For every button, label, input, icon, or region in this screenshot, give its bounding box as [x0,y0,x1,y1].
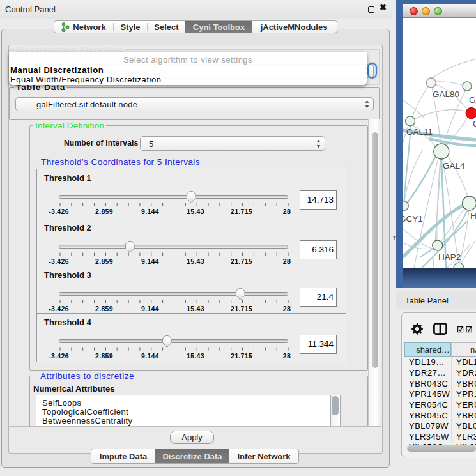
svg-text:GAL4: GAL4 [443,161,465,171]
svg-text:GAL11: GAL11 [406,127,433,137]
svg-text:GCY1: GCY1 [403,214,423,224]
svg-text:H: H [470,211,476,220]
svg-text:HAP2: HAP2 [438,252,461,262]
svg-text:GAL80: GAL80 [433,89,459,99]
svg-text:C: C [473,119,476,128]
svg-text:GA: GA [469,95,476,105]
